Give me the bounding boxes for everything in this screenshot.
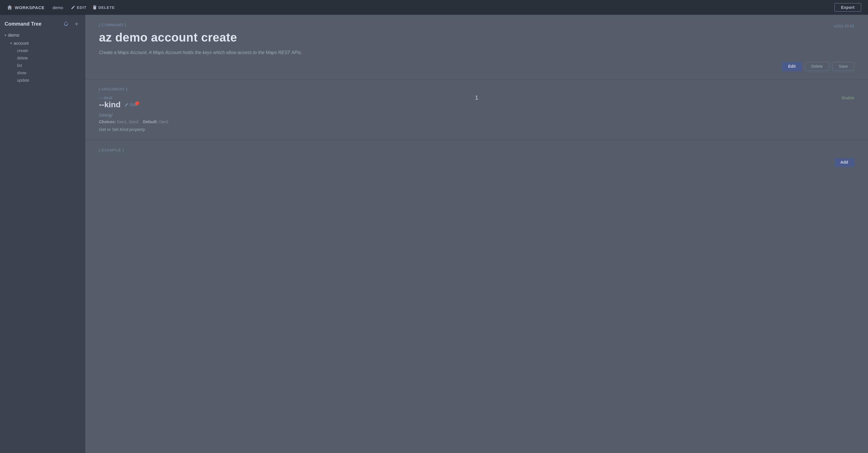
tree-label-account: account — [14, 41, 29, 46]
add-button[interactable] — [73, 20, 81, 28]
command-section-label: [ COMMAND ] — [99, 23, 302, 27]
main-layout: Command Tree ▾ demo ▾ account create — [0, 15, 868, 453]
sidebar-title: Command Tree — [5, 21, 59, 27]
tree-item-show[interactable]: show — [0, 69, 85, 77]
argument-nav-wrapper: ‹ --kind 1 Stable — [99, 95, 854, 100]
delete-label: DELETE — [98, 5, 115, 10]
topnav: WORKSPACE demo EDIT DELETE Export — [0, 0, 868, 15]
refresh-button[interactable] — [62, 20, 70, 28]
add-example-button[interactable]: Add — [834, 158, 854, 167]
edit-action[interactable]: EDIT — [71, 5, 87, 10]
command-section-left: [ COMMAND ] az demo account create Creat… — [99, 23, 302, 56]
example-section-label: [ EXAMPLE ] — [99, 148, 854, 152]
arg-type: /string/ — [99, 113, 854, 118]
arg-status: Stable — [842, 95, 854, 100]
delete-action[interactable]: DELETE — [93, 5, 115, 10]
example-section-footer: Add — [99, 158, 854, 167]
command-description: Create a Maps Account. A Maps Account ho… — [99, 49, 302, 56]
command-edit-button[interactable]: Edit — [782, 62, 802, 71]
tree-label-show: show — [17, 70, 26, 75]
chevron-down-icon: ▾ — [10, 41, 12, 45]
workspace-label: WORKSPACE — [15, 5, 45, 10]
arg-nav-back[interactable]: ‹ --kind — [99, 95, 112, 100]
delete-icon — [93, 5, 97, 9]
command-section: [ COMMAND ] az demo account create Creat… — [85, 15, 868, 79]
argument-section: [ ARGUMENT ] ‹ --kind 1 Stable --kind Ed… — [85, 79, 868, 140]
sidebar: Command Tree ▾ demo ▾ account create — [0, 15, 85, 453]
tree-label-update: update — [17, 78, 29, 83]
topnav-actions: EDIT DELETE — [71, 5, 115, 10]
arg-title-row: --kind Edit — [99, 100, 854, 109]
home-button[interactable]: WORKSPACE — [7, 5, 45, 10]
argument-section-label: [ ARGUMENT ] — [99, 87, 854, 91]
tree-item-demo[interactable]: ▾ demo — [0, 31, 85, 39]
command-title: az demo account create — [99, 31, 302, 44]
dot-indicator — [135, 101, 139, 105]
version-badge: v2021-02-01 — [834, 24, 854, 28]
command-section-header: [ COMMAND ] az demo account create Creat… — [99, 23, 854, 56]
command-save-button[interactable]: Save — [832, 62, 854, 71]
arg-edit-wrapper: Edit — [125, 102, 137, 107]
arg-counter: 1 — [475, 94, 478, 101]
tree-item-list[interactable]: list — [0, 62, 85, 69]
sidebar-header: Command Tree — [0, 15, 85, 31]
arg-choices: Choices: Gen1, Gen2 Default: Gen1 — [99, 120, 854, 124]
content-area: [ COMMAND ] az demo account create Creat… — [85, 15, 868, 453]
command-section-actions: Edit Delete Save — [99, 62, 854, 71]
edit-icon — [71, 5, 75, 9]
tree-item-update[interactable]: update — [0, 77, 85, 84]
add-icon — [74, 21, 79, 27]
tree-label-create: create — [17, 49, 28, 53]
home-icon — [7, 5, 12, 10]
arg-name: --kind — [99, 100, 121, 109]
tree-item-account[interactable]: ▾ account — [0, 39, 85, 47]
tree-label-delete: delete — [17, 56, 28, 60]
default-value: Gen1 — [159, 120, 169, 124]
choices-label: Choices: — [99, 120, 116, 124]
command-section-right: v2021-02-01 — [834, 23, 854, 28]
arg-description: Get or Set Kind property. — [99, 127, 854, 132]
edit-label: EDIT — [77, 5, 87, 10]
command-delete-button[interactable]: Delete — [805, 62, 829, 71]
refresh-icon — [63, 21, 68, 27]
example-section: [ EXAMPLE ] Add — [85, 140, 868, 175]
export-button[interactable]: Export — [834, 3, 861, 12]
tree-label-list: list — [17, 63, 22, 68]
choices-value: Gen1, Gen2 — [117, 120, 138, 124]
tree-label-demo: demo — [8, 33, 19, 38]
tree-item-delete[interactable]: delete — [0, 54, 85, 62]
arg-nav-back-label: --kind — [101, 95, 112, 100]
chevron-left-icon: ‹ — [99, 95, 100, 100]
tree-item-create[interactable]: create — [0, 47, 85, 54]
pencil-icon — [125, 103, 129, 107]
default-label: Default: — [143, 120, 158, 124]
demo-label: demo — [53, 5, 63, 10]
chevron-down-icon: ▾ — [5, 33, 6, 37]
